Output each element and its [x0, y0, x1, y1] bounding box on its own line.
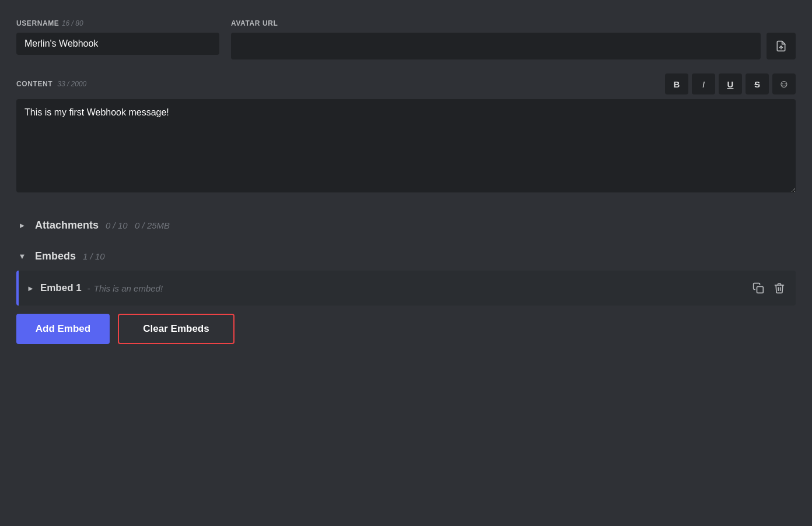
- username-label: USERNAME: [16, 19, 59, 27]
- embeds-section: ▼ Embeds 1 / 10 ► Embed 1 - This is an e…: [16, 242, 796, 344]
- formatting-tools: B I U S ☺: [665, 73, 796, 94]
- username-input[interactable]: Merlin's Webhook: [16, 33, 219, 55]
- embed-actions: [750, 280, 788, 296]
- underline-icon: U: [727, 79, 734, 89]
- embeds-chevron-icon: ▼: [16, 251, 28, 262]
- embed-name: Embed 1: [40, 282, 82, 294]
- embed-chevron-icon: ►: [27, 284, 34, 293]
- embed-separator: -: [88, 283, 90, 293]
- delete-embed-button[interactable]: [771, 280, 788, 296]
- add-embed-button[interactable]: Add Embed: [16, 314, 110, 344]
- buttons-row: Add Embed Clear Embeds: [16, 314, 796, 344]
- attachments-title: Attachments: [35, 219, 99, 232]
- avatar-url-label: AVATAR URL: [231, 19, 278, 27]
- clear-embeds-button[interactable]: Clear Embeds: [118, 314, 235, 344]
- content-textarea[interactable]: This is my first Webhook message!: [16, 99, 796, 192]
- avatar-url-input[interactable]: [231, 33, 761, 59]
- content-count: 33 / 2000: [57, 80, 86, 88]
- bold-icon: B: [674, 79, 680, 89]
- attachments-section-row[interactable]: ► Attachments 0 / 10 0 / 25MB: [16, 211, 796, 240]
- trash-icon: [774, 282, 785, 294]
- italic-icon: I: [702, 79, 705, 89]
- copy-icon: [752, 282, 764, 294]
- svg-rect-1: [757, 287, 764, 293]
- attachments-count-value: 0 / 10: [106, 220, 128, 230]
- embeds-count: 1 / 10: [83, 251, 105, 261]
- italic-button[interactable]: I: [692, 73, 715, 94]
- upload-icon: [775, 40, 787, 52]
- username-label-wrap: USERNAME 16 / 80: [16, 17, 219, 28]
- avatar-input-wrap: [231, 33, 796, 59]
- row-inputs: Merlin's Webhook: [16, 33, 796, 59]
- attachments-count: 0 / 10 0 / 25MB: [106, 220, 170, 230]
- main-container: USERNAME 16 / 80 AVATAR URL Merlin's Web…: [16, 17, 796, 344]
- bold-button[interactable]: B: [665, 73, 688, 94]
- emoji-button[interactable]: ☺: [772, 73, 796, 94]
- username-count: 16 / 80: [62, 19, 83, 27]
- embeds-section-row[interactable]: ▼ Embeds 1 / 10: [16, 242, 796, 271]
- embeds-title: Embeds: [35, 250, 76, 262]
- strikethrough-icon: S: [754, 79, 760, 89]
- attachments-size-value: 0 / 25MB: [135, 220, 170, 230]
- emoji-icon: ☺: [779, 78, 789, 90]
- upload-avatar-button[interactable]: [766, 33, 796, 59]
- avatar-label-wrap: AVATAR URL: [231, 17, 796, 28]
- content-label-wrap: CONTENT 33 / 2000: [16, 80, 86, 88]
- embed-description: This is an embed!: [94, 283, 163, 293]
- username-input-wrap: Merlin's Webhook: [16, 33, 219, 59]
- attachments-chevron-icon: ►: [16, 220, 28, 232]
- underline-button[interactable]: U: [719, 73, 742, 94]
- content-header: CONTENT 33 / 2000 B I U S ☺: [16, 73, 796, 94]
- strikethrough-button[interactable]: S: [746, 73, 769, 94]
- row-labels: USERNAME 16 / 80 AVATAR URL: [16, 17, 796, 28]
- copy-embed-button[interactable]: [750, 280, 766, 296]
- content-label: CONTENT: [16, 80, 52, 88]
- embed-item[interactable]: ► Embed 1 - This is an embed!: [16, 271, 796, 306]
